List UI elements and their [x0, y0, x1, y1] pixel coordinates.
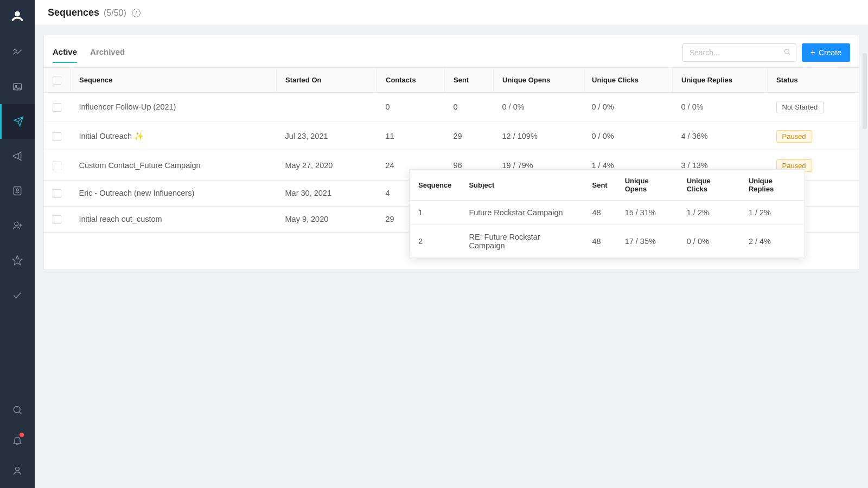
info-icon[interactable]: i	[132, 9, 141, 17]
user-icon	[12, 465, 23, 476]
cell-replies: 0 / 0%	[673, 92, 768, 121]
col-sequence[interactable]: Sequence	[71, 68, 277, 93]
pcol-unique-opens: Unique Opens	[616, 170, 678, 201]
page-header: Sequences (5/50) i	[35, 0, 868, 26]
nav-account[interactable]	[0, 455, 35, 486]
popover-row[interactable]: 1Future Rockstar Campaign4815 / 31%1 / 2…	[410, 201, 805, 225]
col-unique-replies[interactable]: Unique Replies	[673, 68, 768, 93]
col-unique-opens[interactable]: Unique Opens	[494, 68, 583, 93]
cell-started: May 27, 2020	[277, 151, 377, 180]
row-checkbox[interactable]	[53, 103, 61, 112]
svg-line-10	[20, 412, 22, 414]
card-head: Active Archived + Create	[44, 35, 859, 63]
tab-active[interactable]: Active	[53, 42, 77, 63]
tab-archived[interactable]: Archived	[90, 42, 125, 63]
create-button[interactable]: + Create	[802, 43, 850, 62]
select-all-checkbox[interactable]	[53, 76, 61, 85]
create-button-label: Create	[819, 48, 841, 57]
notification-dot	[20, 433, 24, 437]
cell-clicks: 0 / 0%	[583, 121, 673, 151]
pcell-seq: 2	[410, 225, 460, 258]
svg-point-4	[16, 189, 18, 191]
pcol-sent: Sent	[583, 170, 616, 201]
nav-add-user[interactable]	[0, 208, 35, 243]
pcell-replies: 1 / 2%	[740, 201, 805, 225]
cell-name: Influencer Follow-Up (2021)	[71, 92, 277, 121]
cell-opens: 0 / 0%	[494, 92, 583, 121]
search-box	[682, 43, 796, 62]
row-checkbox[interactable]	[53, 162, 61, 170]
pcol-sequence: Sequence	[410, 170, 460, 201]
cell-name: Custom Contact_Future Campaign	[71, 151, 277, 180]
vertical-scrollbar[interactable]	[863, 53, 867, 129]
table-header: Sequence Started On Contacts Sent Unique…	[44, 68, 859, 93]
cell-name: Initial reach out_custom	[71, 206, 277, 232]
search-icon	[12, 404, 23, 415]
table-row[interactable]: Influencer Follow-Up (2021)000 / 0%0 / 0…	[44, 92, 859, 121]
cell-sent: 0	[445, 92, 494, 121]
svg-point-11	[16, 467, 20, 471]
nav-sequences[interactable]	[0, 104, 35, 139]
user-plus-icon	[12, 220, 23, 231]
svg-point-9	[14, 406, 20, 413]
row-checkbox[interactable]	[53, 215, 61, 224]
nav-notifications[interactable]	[0, 425, 35, 455]
cell-started: May 9, 2020	[277, 206, 377, 232]
pcell-subject: Future Rockstar Campaign	[460, 201, 583, 225]
logo-icon	[10, 9, 25, 24]
search-input[interactable]	[682, 43, 796, 62]
col-contacts[interactable]: Contacts	[377, 68, 445, 93]
star-icon	[12, 255, 23, 266]
pcell-clicks: 1 / 2%	[678, 201, 740, 225]
col-sent[interactable]: Sent	[445, 68, 494, 93]
col-unique-clicks[interactable]: Unique Clicks	[583, 68, 673, 93]
image-icon	[12, 81, 23, 92]
plus-icon: +	[810, 48, 815, 57]
cell-contacts: 0	[377, 92, 445, 121]
pcol-subject: Subject	[460, 170, 583, 201]
status-badge: Paused	[776, 130, 812, 143]
contact-card-icon	[12, 185, 23, 196]
cell-status: Paused	[768, 121, 859, 151]
cell-replies: 4 / 36%	[673, 121, 768, 151]
cell-name: Eric - Outreach (new Influencers)	[71, 180, 277, 206]
col-status[interactable]: Status	[768, 68, 859, 93]
nav-favorites[interactable]	[0, 243, 35, 278]
nav-search[interactable]	[0, 395, 35, 425]
row-checkbox[interactable]	[53, 189, 61, 198]
check-icon	[12, 290, 23, 300]
cell-started	[277, 92, 377, 121]
send-icon	[13, 116, 24, 127]
pcell-subject: RE: Future Rockstar Campaign	[460, 225, 583, 258]
svg-point-2	[15, 85, 17, 87]
cell-started: Jul 23, 2021	[277, 121, 377, 151]
pcell-opens: 17 / 35%	[616, 225, 678, 258]
col-started-on[interactable]: Started On	[277, 68, 377, 93]
svg-point-12	[784, 49, 789, 53]
cell-started: Mar 30, 2021	[277, 180, 377, 206]
cell-contacts: 11	[377, 121, 445, 151]
svg-point-0	[15, 11, 20, 17]
pcol-unique-replies: Unique Replies	[740, 170, 805, 201]
pcol-unique-clicks: Unique Clicks	[678, 170, 740, 201]
table-row[interactable]: Initial Outreach ✨Jul 23, 2021112912 / 1…	[44, 121, 859, 151]
nav-media[interactable]	[0, 69, 35, 104]
page-title: Sequences	[48, 7, 99, 18]
popover-row[interactable]: 2RE: Future Rockstar Campaign4817 / 35%0…	[410, 225, 805, 258]
svg-marker-8	[13, 256, 22, 265]
nav-tasks[interactable]	[0, 278, 35, 312]
cell-sent: 29	[445, 121, 494, 151]
sidebar	[0, 0, 35, 488]
pcell-sent: 48	[583, 225, 616, 258]
pcell-sent: 48	[583, 201, 616, 225]
search-icon	[783, 48, 791, 57]
pcell-opens: 15 / 31%	[616, 201, 678, 225]
nav-campaigns[interactable]	[0, 139, 35, 174]
status-badge: Not Started	[776, 101, 824, 113]
nav-contacts[interactable]	[0, 174, 35, 208]
tabs: Active Archived	[53, 42, 125, 63]
row-checkbox[interactable]	[53, 132, 61, 141]
nav-analytics[interactable]	[0, 35, 35, 69]
page-count: (5/50)	[104, 8, 126, 18]
svg-line-13	[788, 53, 790, 55]
